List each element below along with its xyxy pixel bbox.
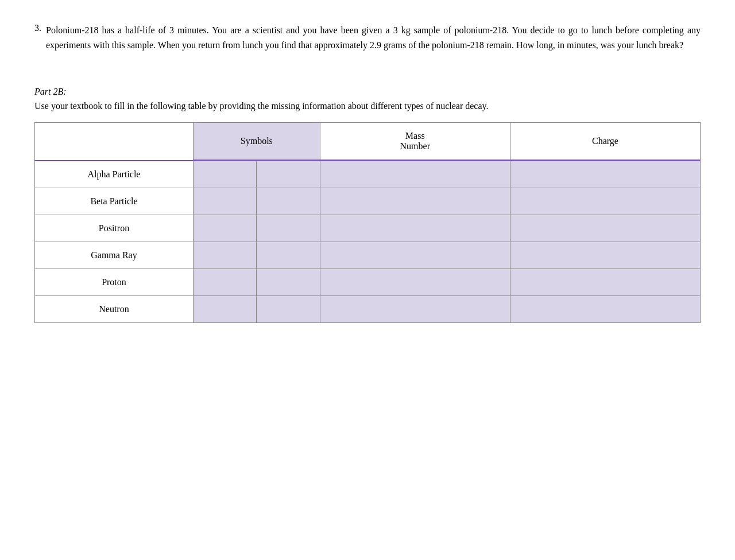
- question-3-text: Polonium-218 has a half-life of 3 minute…: [46, 23, 701, 52]
- row-label-beta: Beta Particle: [35, 188, 194, 215]
- row-alpha-charge: [510, 161, 700, 188]
- row-gamma-sym1: [193, 242, 256, 269]
- row-beta-sym2: [257, 188, 320, 215]
- row-neutron-mass: [320, 295, 510, 322]
- row-beta-mass: [320, 188, 510, 215]
- header-mass-number: Mass Number: [320, 123, 510, 161]
- header-symbols: Symbols: [193, 123, 320, 161]
- header-col-name: [35, 123, 194, 161]
- table-row: Alpha Particle: [35, 161, 701, 188]
- row-gamma-mass: [320, 242, 510, 269]
- row-beta-charge: [510, 188, 700, 215]
- part-2b-label: Part 2B:: [34, 87, 701, 97]
- table-row: Beta Particle: [35, 188, 701, 215]
- row-gamma-charge: [510, 242, 700, 269]
- row-proton-charge: [510, 269, 700, 295]
- part-2b-section: Part 2B: Use your textbook to fill in th…: [34, 87, 701, 113]
- row-label-gamma: Gamma Ray: [35, 242, 194, 269]
- table-row: Positron: [35, 215, 701, 242]
- row-neutron-sym1: [193, 295, 256, 322]
- row-gamma-sym2: [257, 242, 320, 269]
- table-row: Proton: [35, 269, 701, 295]
- nuclear-decay-table: Symbols Mass Number Charge Alpha Particl…: [34, 122, 701, 323]
- row-positron-charge: [510, 215, 700, 242]
- row-positron-sym1: [193, 215, 256, 242]
- row-proton-sym2: [257, 269, 320, 295]
- table-header-row: Symbols Mass Number Charge: [35, 123, 701, 161]
- part-2b-description: Use your textbook to fill in the followi…: [34, 99, 701, 113]
- row-alpha-sym2: [257, 161, 320, 188]
- row-label-positron: Positron: [35, 215, 194, 242]
- row-positron-mass: [320, 215, 510, 242]
- row-alpha-mass: [320, 161, 510, 188]
- question-3-container: 3. Polonium-218 has a half-life of 3 min…: [34, 23, 701, 87]
- row-proton-mass: [320, 269, 510, 295]
- row-label-proton: Proton: [35, 269, 194, 295]
- row-proton-sym1: [193, 269, 256, 295]
- row-label-alpha: Alpha Particle: [35, 161, 194, 188]
- row-positron-sym2: [257, 215, 320, 242]
- question-number: 3.: [34, 23, 41, 87]
- row-neutron-charge: [510, 295, 700, 322]
- row-beta-sym1: [193, 188, 256, 215]
- row-neutron-sym2: [257, 295, 320, 322]
- header-charge: Charge: [510, 123, 700, 161]
- table-row: Gamma Ray: [35, 242, 701, 269]
- table-body: Alpha Particle Beta Particle Positron Ga…: [35, 161, 701, 323]
- row-alpha-sym1: [193, 161, 256, 188]
- table-row: Neutron: [35, 295, 701, 322]
- row-label-neutron: Neutron: [35, 295, 194, 322]
